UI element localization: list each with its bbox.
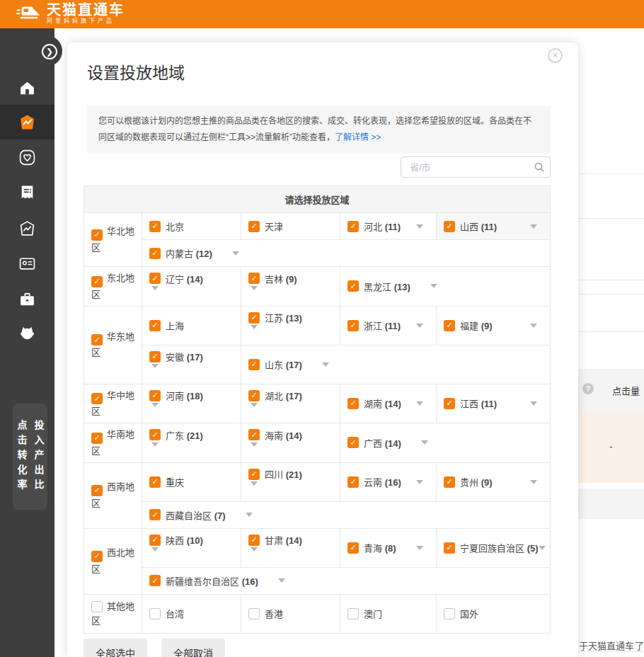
checkbox[interactable]	[149, 273, 161, 284]
dropdown-arrow-icon[interactable]	[416, 324, 423, 328]
region-group-cell[interactable]: 东北地区	[84, 267, 142, 307]
region-group-cell[interactable]: 华南地区	[84, 423, 142, 463]
checkbox[interactable]	[91, 276, 103, 287]
province-cell[interactable]: 江西 (11)	[437, 384, 551, 423]
checkbox[interactable]	[91, 393, 103, 404]
region-group-cell[interactable]: 华东地区	[84, 306, 142, 384]
province-cell[interactable]: 黑龙江 (13)	[340, 267, 551, 307]
checkbox[interactable]	[444, 542, 455, 554]
province-cell[interactable]: 湖南 (14)	[340, 384, 437, 423]
region-group-cell[interactable]: 西北地区	[84, 528, 142, 594]
region-group-cell[interactable]: 华中地区	[84, 384, 142, 423]
checkbox[interactable]	[91, 485, 103, 496]
checkbox[interactable]	[444, 320, 455, 331]
province-cell[interactable]: 吉林 (9)	[241, 267, 340, 307]
checkbox[interactable]	[347, 280, 359, 292]
report-icon[interactable]	[18, 184, 36, 202]
checkbox[interactable]	[347, 542, 359, 554]
dropdown-arrow-icon[interactable]	[278, 578, 285, 583]
checkbox[interactable]	[248, 221, 260, 232]
dropdown-arrow-icon[interactable]	[151, 403, 159, 418]
province-cell[interactable]: 海南 (14)	[241, 423, 340, 463]
checkbox[interactable]	[149, 476, 161, 488]
dropdown-arrow-icon[interactable]	[322, 362, 329, 367]
province-cell[interactable]: 山东 (17)	[241, 345, 551, 384]
deselect-all-button[interactable]: 全部取消	[161, 639, 225, 657]
favorites-heart-icon[interactable]	[18, 149, 36, 166]
checkbox[interactable]	[347, 476, 359, 488]
dropdown-arrow-icon[interactable]	[530, 401, 537, 406]
province-cell[interactable]: 河北 (11)	[340, 213, 437, 240]
province-cell[interactable]: 贵州 (9)	[437, 462, 551, 501]
region-group-cell[interactable]: 华北地区	[84, 213, 142, 267]
dropdown-arrow-icon[interactable]	[416, 224, 423, 229]
province-cell[interactable]: 青海 (8)	[340, 528, 437, 567]
province-cell[interactable]: 浙江 (11)	[340, 306, 437, 345]
checkbox[interactable]	[149, 351, 161, 362]
province-cell[interactable]: 内蒙古 (12)	[142, 240, 551, 267]
dropdown-arrow-icon[interactable]	[530, 324, 537, 328]
dropdown-arrow-icon[interactable]	[151, 364, 159, 379]
campaign-icon[interactable]	[18, 113, 36, 131]
region-group-cell[interactable]: 西南地区	[84, 462, 142, 528]
dropdown-arrow-icon[interactable]	[530, 224, 537, 229]
province-cell[interactable]: 福建 (9)	[437, 306, 551, 345]
checkbox[interactable]	[248, 469, 260, 480]
province-cell[interactable]: 西藏自治区 (7)	[142, 501, 551, 528]
checkbox[interactable]	[91, 601, 103, 612]
dropdown-arrow-icon[interactable]	[539, 546, 546, 550]
checkbox[interactable]	[91, 433, 103, 444]
checkbox[interactable]	[149, 390, 161, 401]
dropdown-arrow-icon[interactable]	[251, 481, 258, 496]
checkbox[interactable]	[444, 608, 455, 619]
dropdown-arrow-icon[interactable]	[251, 442, 258, 457]
province-cell[interactable]: 安徽 (17)	[142, 345, 241, 384]
province-cell[interactable]: 重庆	[142, 462, 241, 501]
checkbox[interactable]	[347, 320, 359, 331]
checkbox[interactable]	[91, 334, 103, 345]
checkbox[interactable]	[248, 273, 260, 284]
info-detail-link[interactable]: 了解详情 >>	[335, 132, 381, 142]
province-cell[interactable]: 河南 (18)	[142, 384, 241, 423]
expand-icon[interactable]: ❯	[42, 44, 57, 59]
checkbox[interactable]	[347, 437, 359, 448]
province-cell[interactable]: 甘肃 (14)	[241, 528, 340, 567]
checkbox[interactable]	[149, 429, 161, 440]
checkbox[interactable]	[444, 221, 455, 232]
home-icon[interactable]	[18, 79, 36, 97]
dropdown-arrow-icon[interactable]	[151, 547, 159, 562]
province-cell[interactable]: 宁夏回族自治区 (5)	[437, 528, 551, 567]
checkbox[interactable]	[347, 398, 359, 409]
help-icon[interactable]	[582, 383, 594, 394]
dropdown-arrow-icon[interactable]	[421, 440, 428, 445]
id-card-icon[interactable]	[18, 255, 36, 273]
province-cell[interactable]: 云南 (16)	[340, 462, 437, 501]
checkbox[interactable]	[444, 476, 455, 488]
checkbox[interactable]	[347, 221, 359, 232]
checkbox[interactable]	[91, 551, 103, 562]
province-cell[interactable]: 国外	[437, 594, 551, 633]
province-cell[interactable]: 辽宁 (14)	[142, 267, 241, 307]
checkbox[interactable]	[248, 608, 260, 619]
checkbox[interactable]	[149, 248, 161, 259]
checkbox[interactable]	[248, 312, 260, 324]
bg-footer-left[interactable]: 于天猫直通车	[579, 641, 634, 651]
briefcase-icon[interactable]	[18, 290, 36, 308]
province-cell[interactable]: 澳门	[340, 594, 437, 633]
province-cell[interactable]: 天津	[241, 213, 340, 240]
province-cell[interactable]: 四川 (21)	[241, 462, 340, 501]
dropdown-arrow-icon[interactable]	[232, 251, 239, 256]
tmall-cat-icon[interactable]	[18, 324, 36, 342]
select-all-button[interactable]: 全部选中	[84, 639, 147, 657]
province-cell[interactable]: 江苏 (13)	[241, 306, 340, 345]
dropdown-arrow-icon[interactable]	[430, 284, 437, 288]
province-cell[interactable]: 台湾	[142, 594, 241, 633]
dropdown-arrow-icon[interactable]	[251, 403, 258, 418]
province-cell[interactable]: 北京	[142, 213, 241, 240]
province-cell[interactable]: 香港	[241, 594, 340, 633]
checkbox[interactable]	[149, 535, 161, 546]
province-cell[interactable]: 湖北 (17)	[241, 384, 340, 423]
dropdown-arrow-icon[interactable]	[416, 480, 423, 484]
dropdown-arrow-icon[interactable]	[251, 547, 258, 562]
dropdown-arrow-icon[interactable]	[251, 286, 258, 301]
